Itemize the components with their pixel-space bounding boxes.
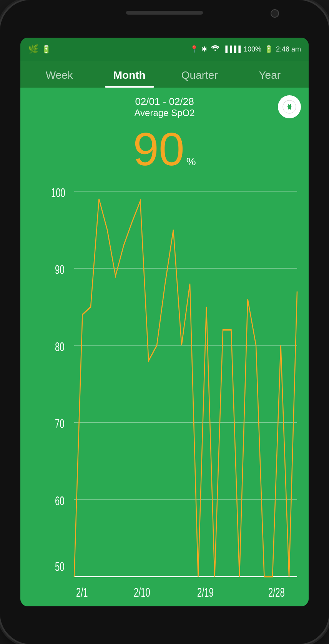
status-left: 🌿 🔋 [28, 44, 51, 54]
phone-frame: 🌿 🔋 📍 ✱ ▐▐▐▐ 100% 🔋 2:48 am [0, 0, 329, 644]
x-label-219: 2/19 [197, 585, 214, 599]
tab-bar: Week Month Quarter Year [20, 61, 309, 88]
app-icon-2: 🔋 [42, 45, 51, 54]
tab-quarter[interactable]: Quarter [164, 61, 235, 88]
x-label-228: 2/28 [268, 585, 285, 599]
app-icon-1: 🌿 [28, 44, 38, 54]
y-label-60: 60 [55, 494, 64, 508]
tab-year[interactable]: Year [235, 61, 305, 88]
status-bar: 🌿 🔋 📍 ✱ ▐▐▐▐ 100% 🔋 2:48 am [20, 38, 309, 61]
value-display: 90 % [28, 126, 301, 172]
chart-svg: 100 90 80 70 60 50 2/1 2/10 [51, 180, 301, 579]
y-label-80: 80 [55, 340, 64, 354]
chart-line [74, 199, 297, 577]
battery-percent: 100% [244, 45, 261, 53]
x-label-210: 2/10 [134, 585, 150, 599]
y-label-70: 70 [55, 417, 64, 431]
date-range-text: 02/01 - 02/28 [135, 96, 194, 108]
spo2-unit: % [186, 156, 196, 168]
signal-icon: ▐▐▐▐ [223, 46, 241, 53]
chart-container: 100 90 80 70 60 50 2/1 2/10 [28, 180, 301, 599]
content-area: 02/01 - 02/28 Average SpO2 90 % [20, 88, 309, 606]
spo2-value: 90 [133, 126, 184, 172]
time-display: 2:48 am [276, 45, 301, 53]
y-label-50: 50 [55, 559, 64, 573]
location-icon: 📍 [190, 45, 198, 53]
screen: 🌿 🔋 📍 ✱ ▐▐▐▐ 100% 🔋 2:48 am [20, 38, 309, 606]
navigate-button[interactable] [278, 95, 301, 118]
wifi-icon [210, 45, 220, 54]
status-right-icons: 📍 ✱ ▐▐▐▐ 100% 🔋 2:48 am [190, 45, 301, 54]
date-info: 02/01 - 02/28 Average SpO2 [51, 96, 278, 118]
battery-icon: 🔋 [264, 45, 273, 53]
y-label-90: 90 [55, 263, 64, 277]
metric-label: Average SpO2 [135, 108, 195, 118]
x-label-21: 2/1 [76, 585, 88, 599]
tab-week[interactable]: Week [24, 61, 95, 88]
date-range-row: 02/01 - 02/28 Average SpO2 [28, 95, 301, 118]
tab-month[interactable]: Month [95, 61, 165, 88]
y-label-100: 100 [51, 186, 65, 199]
bluetooth-icon: ✱ [201, 45, 207, 53]
